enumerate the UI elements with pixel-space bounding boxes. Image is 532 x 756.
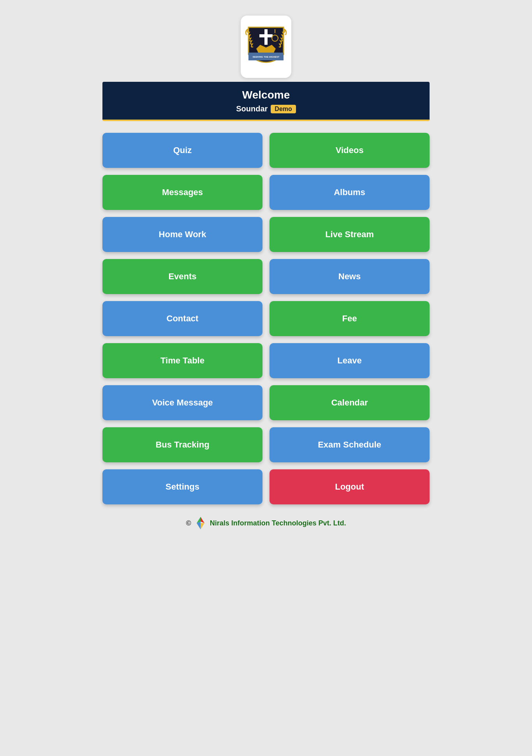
svg-text:SEEKING THE HIGHEST: SEEKING THE HIGHEST	[252, 56, 279, 58]
welcome-banner: Welcome Soundar Demo	[102, 82, 430, 121]
videos-button[interactable]: Videos	[270, 133, 430, 168]
svg-marker-7	[201, 517, 204, 523]
fee-button[interactable]: Fee	[270, 301, 430, 336]
leave-button[interactable]: Leave	[270, 343, 430, 378]
school-logo-icon: SEEKING THE HIGHEST	[245, 19, 287, 74]
calendar-button[interactable]: Calendar	[270, 385, 430, 420]
bustracking-button[interactable]: Bus Tracking	[102, 427, 262, 462]
svg-rect-1	[259, 34, 273, 37]
events-button[interactable]: Events	[102, 259, 262, 294]
username-label: Soundar	[236, 104, 268, 113]
timetable-button[interactable]: Time Table	[102, 343, 262, 378]
copyright-symbol: ©	[186, 519, 191, 527]
logo-box: SEEKING THE HIGHEST	[241, 16, 291, 78]
logo-container: SEEKING THE HIGHEST	[102, 16, 430, 78]
welcome-subtitle: Soundar Demo	[110, 104, 422, 113]
homework-button[interactable]: Home Work	[102, 217, 262, 252]
voicemessage-button[interactable]: Voice Message	[102, 385, 262, 420]
contact-button[interactable]: Contact	[102, 301, 262, 336]
welcome-title: Welcome	[110, 89, 422, 101]
quiz-button[interactable]: Quiz	[102, 133, 262, 168]
messages-button[interactable]: Messages	[102, 175, 262, 210]
albums-button[interactable]: Albums	[270, 175, 430, 210]
news-button[interactable]: News	[270, 259, 430, 294]
nirals-logo-icon	[194, 516, 208, 530]
footer: © Nirals Information Technologies Pvt. L…	[102, 516, 430, 530]
settings-button[interactable]: Settings	[102, 469, 262, 504]
livestream-button[interactable]: Live Stream	[270, 217, 430, 252]
company-name: Nirals Information Technologies Pvt. Ltd…	[210, 519, 346, 527]
logout-button[interactable]: Logout	[270, 469, 430, 504]
examschedule-button[interactable]: Exam Schedule	[270, 427, 430, 462]
menu-grid: QuizVideosMessagesAlbumsHome WorkLive St…	[102, 133, 430, 504]
demo-badge: Demo	[271, 105, 296, 113]
